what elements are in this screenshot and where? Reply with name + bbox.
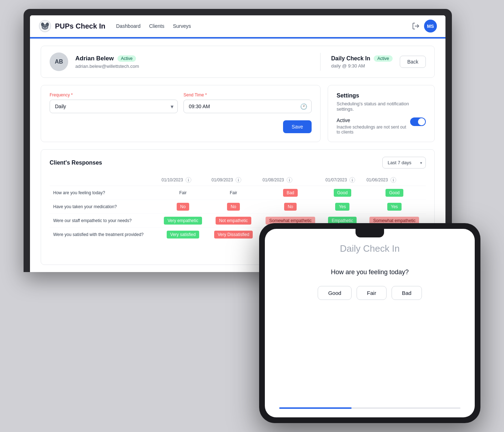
response-cell: Fair xyxy=(158,186,208,200)
client-header-card: AB Adrian Belew Active adrian.belew@will… xyxy=(41,46,435,78)
navbar: PUPs Check In Dashboard Clients Surveys … xyxy=(30,15,445,37)
nav-clients[interactable]: Clients xyxy=(149,23,165,29)
response-cell: No xyxy=(158,200,208,214)
period-select[interactable]: Last 7 days Last 14 days Last 30 days xyxy=(382,157,426,169)
response-cell: Not empathetic xyxy=(208,214,259,228)
frequency-select-wrap: Daily Weekly Monthly ▾ xyxy=(50,100,178,113)
scene: PUPs Check In Dashboard Clients Surveys … xyxy=(24,9,480,423)
info-icon-3[interactable]: ℹ xyxy=(349,177,355,183)
survey-schedule: daily @ 9:30 AM xyxy=(331,63,393,69)
response-cell: Very empathetic xyxy=(158,214,208,228)
active-label: Active xyxy=(337,117,407,123)
response-chip: No xyxy=(284,203,297,211)
phone-option-good[interactable]: Good xyxy=(318,286,352,300)
response-chip: Yes xyxy=(335,203,349,211)
frequency-group: Frequency * Daily Weekly Monthly ▾ xyxy=(50,92,178,113)
nav-surveys[interactable]: Surveys xyxy=(173,23,191,29)
question-cell: Have you taken your medication? xyxy=(50,200,158,214)
frequency-label: Frequency * xyxy=(50,92,178,97)
phone-option-fair[interactable]: Fair xyxy=(357,286,387,300)
info-icon-1[interactable]: ℹ xyxy=(236,177,241,183)
scheduling-form: Frequency * Daily Weekly Monthly ▾ xyxy=(41,85,321,142)
response-chip: No xyxy=(227,203,240,211)
info-icon-2[interactable]: ℹ xyxy=(287,177,292,183)
response-chip: Fair xyxy=(226,189,241,197)
date-col-2: 01/08/2023 ℹ xyxy=(259,174,322,186)
user-avatar[interactable]: MS xyxy=(424,20,437,32)
svg-point-6 xyxy=(45,26,47,27)
response-cell: Yes xyxy=(322,200,363,214)
date-col-0: 01/10/2023 ℹ xyxy=(158,174,208,186)
response-chip: Very Dissatisfied xyxy=(214,231,253,238)
response-chip: No xyxy=(177,203,189,211)
question-col-header xyxy=(50,174,158,186)
response-cell: Yes xyxy=(363,200,426,214)
client-email: adrian.belew@willettstech.com xyxy=(75,64,309,69)
table-row: Have you taken your medication?NoNoNoYes… xyxy=(50,200,426,214)
send-time-label: Send Time * xyxy=(183,92,312,97)
response-cell: No xyxy=(259,200,322,214)
phone-progress-fill xyxy=(279,407,352,409)
response-cell: Very Dissatisfied xyxy=(208,228,259,242)
info-icon-4[interactable]: ℹ xyxy=(390,177,396,183)
phone-options: Good Fair Bad xyxy=(279,286,460,300)
response-chip: Bad xyxy=(283,189,298,197)
send-time-input[interactable] xyxy=(183,100,312,113)
response-cell: No xyxy=(208,200,259,214)
phone-screen: Daily Check In How are you feeling today… xyxy=(265,229,475,417)
table-row: How are you feeling today?FairFairBadGoo… xyxy=(50,186,426,200)
save-row: Save xyxy=(50,120,312,133)
settings-panel-title: Settings xyxy=(337,92,426,99)
save-button[interactable]: Save xyxy=(283,120,312,133)
question-cell: Were our staff empathetic to your needs? xyxy=(50,214,158,228)
client-name-row: Adrian Belew Active xyxy=(75,55,309,62)
client-info: Adrian Belew Active adrian.belew@willett… xyxy=(75,55,309,69)
date-col-1: 01/09/2023 ℹ xyxy=(208,174,259,186)
nav-links: Dashboard Clients Surveys xyxy=(116,23,412,29)
response-chip: Good xyxy=(334,189,351,197)
back-button[interactable]: Back xyxy=(400,56,426,68)
response-cell: Good xyxy=(363,186,426,200)
response-chip: Not empathetic xyxy=(216,217,252,225)
date-col-3: 01/07/2023 ℹ xyxy=(322,174,363,186)
phone-question: How are you feeling today? xyxy=(279,268,460,276)
clock-icon: 🕐 xyxy=(300,103,307,110)
client-avatar: AB xyxy=(50,52,68,71)
response-chip: Good xyxy=(385,189,403,197)
logo-area: PUPs Check In xyxy=(39,20,105,32)
question-cell: How are you feeling today? xyxy=(50,186,158,200)
client-name: Adrian Belew xyxy=(75,55,114,62)
phone-device: Daily Check In How are you feeling today… xyxy=(259,223,480,423)
send-time-group: Send Time * 🕐 xyxy=(183,92,312,113)
settings-panel: Settings Scheduling's status and notific… xyxy=(328,85,435,142)
response-chip: Fair xyxy=(176,189,190,197)
active-toggle-row: Active Inactive schedulings are not sent… xyxy=(337,117,426,135)
response-cell: Very satisfied xyxy=(158,228,208,242)
svg-point-5 xyxy=(44,26,45,27)
nav-dashboard[interactable]: Dashboard xyxy=(116,23,141,29)
svg-point-4 xyxy=(42,25,47,29)
info-icon-0[interactable]: ℹ xyxy=(186,177,191,183)
pups-logo-icon xyxy=(39,20,51,32)
field-row: Frequency * Daily Weekly Monthly ▾ xyxy=(50,92,312,113)
response-chip: Yes xyxy=(387,203,402,211)
settings-form-row: Frequency * Daily Weekly Monthly ▾ xyxy=(41,85,435,142)
svg-point-7 xyxy=(44,27,46,29)
date-col-4: 01/06/2023 ℹ xyxy=(363,174,426,186)
time-input-wrap: 🕐 xyxy=(183,100,312,113)
phone-progress-bar xyxy=(279,407,460,409)
active-info: Active Inactive schedulings are not sent… xyxy=(337,117,407,135)
response-cell: Good xyxy=(322,186,363,200)
settings-description: Scheduling's status and notification set… xyxy=(337,101,426,112)
response-cell: Fair xyxy=(208,186,259,200)
phone-survey-title: Daily Check In xyxy=(279,243,460,254)
frequency-select[interactable]: Daily Weekly Monthly xyxy=(50,100,178,113)
active-toggle[interactable] xyxy=(410,117,426,126)
survey-title-row: Daily Check In Active xyxy=(331,55,393,62)
response-chip: Very empathetic xyxy=(164,217,202,225)
logout-icon[interactable] xyxy=(412,22,420,30)
survey-status-badge: Active xyxy=(374,55,393,62)
period-select-wrap: Last 7 days Last 14 days Last 30 days ▾ xyxy=(382,157,426,169)
divider xyxy=(320,53,321,71)
phone-option-bad[interactable]: Bad xyxy=(392,286,422,300)
